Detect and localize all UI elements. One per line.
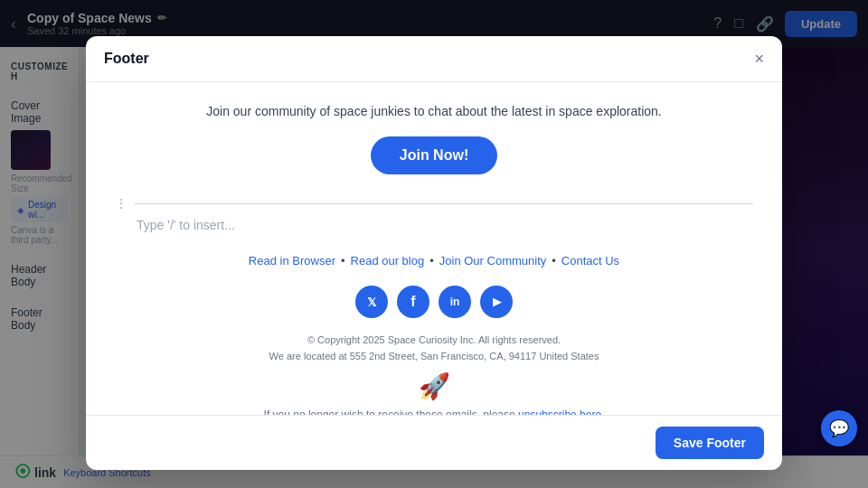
linkedin-icon[interactable]: in: [439, 286, 471, 318]
rocket-icon: 🚀: [115, 371, 753, 401]
join-community-link[interactable]: Join Our Community: [439, 254, 546, 267]
modal-close-button[interactable]: ×: [754, 51, 764, 67]
modal-header: Footer ×: [86, 36, 782, 82]
type-insert-placeholder: Type '/' to insert...: [137, 218, 235, 232]
footer-preview: Join our community of space junkies to c…: [86, 82, 782, 415]
dot-separator-2: •: [429, 254, 434, 267]
copyright-text: © Copyright 2025 Space Curiosity Inc. Al…: [115, 333, 753, 364]
dot-separator-1: •: [341, 254, 345, 267]
modal-footer: Save Footer: [86, 415, 782, 470]
unsubscribe-link[interactable]: unsubscribe here.: [518, 408, 604, 415]
type-insert-area[interactable]: Type '/' to insert...: [115, 218, 753, 232]
footer-links: Read in Browser • Read our blog • Join O…: [115, 254, 753, 267]
facebook-icon[interactable]: f: [397, 286, 429, 318]
chat-bubble[interactable]: 💬: [821, 410, 857, 446]
footer-description: Join our community of space junkies to c…: [115, 104, 753, 118]
dot-separator-3: •: [552, 254, 556, 267]
contact-us-link[interactable]: Contact Us: [561, 254, 619, 267]
read-in-browser-link[interactable]: Read in Browser: [249, 254, 335, 267]
copyright-line-2: We are located at 555 2nd Street, San Fr…: [115, 349, 753, 365]
modal-body: Join our community of space junkies to c…: [86, 82, 782, 415]
read-our-blog-link[interactable]: Read our blog: [351, 254, 425, 267]
unsubscribe-prefix: If you no longer wish to receive these e…: [264, 408, 515, 415]
join-now-button[interactable]: Join Now!: [371, 136, 497, 174]
modal-title: Footer: [104, 51, 149, 67]
save-footer-button[interactable]: Save Footer: [656, 427, 764, 459]
copyright-line-1: © Copyright 2025 Space Curiosity Inc. Al…: [115, 333, 753, 349]
footer-modal: Footer × Join our community of space jun…: [86, 36, 782, 470]
divider-handle-icon[interactable]: ⋮: [115, 196, 127, 211]
divider-row: ⋮: [115, 196, 753, 211]
unsubscribe-area: If you no longer wish to receive these e…: [115, 408, 753, 415]
youtube-icon[interactable]: ▶: [480, 286, 513, 318]
social-icons-row: 𝕏 f in ▶: [115, 286, 753, 318]
divider-line: [135, 203, 753, 204]
modal-overlay: Footer × Join our community of space jun…: [0, 0, 868, 488]
twitter-icon[interactable]: 𝕏: [355, 286, 388, 318]
